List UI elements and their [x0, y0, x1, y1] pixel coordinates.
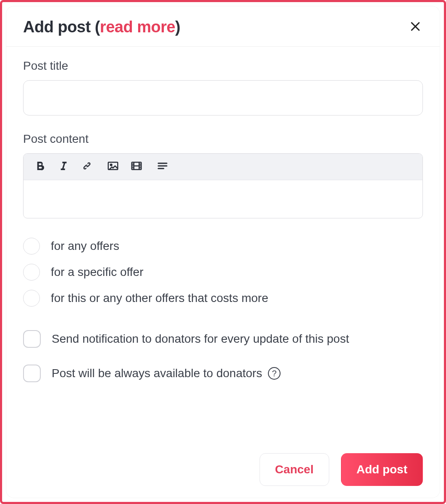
offer-scope-radios: for any offers for a specific offer for …	[23, 238, 423, 307]
radio-this-or-more-input[interactable]	[23, 290, 40, 307]
post-content-input[interactable]	[24, 180, 422, 218]
check-notify-donators-input[interactable]	[23, 330, 41, 348]
help-icon[interactable]: ?	[268, 367, 281, 380]
check-always-available-text: Post will be always available to donator…	[52, 367, 262, 380]
align-icon	[156, 160, 169, 174]
image-button[interactable]	[106, 160, 120, 174]
close-button[interactable]	[408, 20, 423, 35]
video-button[interactable]	[129, 160, 144, 174]
radio-any-offers-input[interactable]	[23, 238, 40, 255]
link-icon	[81, 160, 93, 174]
check-always-available-label: Post will be always available to donator…	[52, 367, 281, 380]
post-options-checks: Send notification to donators for every …	[23, 330, 423, 382]
title-suffix: )	[175, 18, 180, 36]
toolbar-group-layout	[155, 160, 170, 174]
close-icon	[409, 20, 422, 34]
add-post-modal: Add post (read more) Post title Post con…	[6, 6, 440, 498]
image-icon	[107, 160, 119, 174]
bold-icon	[34, 160, 46, 174]
link-button[interactable]	[80, 160, 94, 174]
editor-toolbar	[24, 154, 422, 180]
modal-header: Add post (read more)	[6, 6, 440, 47]
post-content-editor	[23, 153, 423, 218]
italic-button[interactable]	[56, 160, 71, 174]
post-content-label: Post content	[23, 132, 423, 146]
align-button[interactable]	[155, 160, 170, 174]
svg-point-3	[110, 164, 112, 166]
modal-title: Add post (read more)	[23, 18, 180, 36]
radio-any-offers-label: for any offers	[51, 239, 119, 253]
check-always-available: Post will be always available to donator…	[23, 365, 423, 382]
video-icon	[130, 160, 143, 174]
post-title-input[interactable]	[23, 80, 423, 116]
radio-this-or-more: for this or any other offers that costs …	[23, 290, 423, 307]
radio-specific-offer: for a specific offer	[23, 264, 423, 281]
italic-icon	[57, 160, 70, 174]
radio-this-or-more-label: for this or any other offers that costs …	[51, 291, 268, 305]
toolbar-group-text	[33, 160, 94, 174]
cancel-button[interactable]: Cancel	[260, 453, 329, 486]
app-frame: Add post (read more) Post title Post con…	[0, 0, 446, 504]
read-more-link[interactable]: read more	[100, 18, 175, 36]
radio-specific-offer-input[interactable]	[23, 264, 40, 281]
post-title-label: Post title	[23, 59, 423, 73]
add-post-button[interactable]: Add post	[341, 453, 423, 486]
modal-body: Post title Post content	[6, 47, 440, 441]
bold-button[interactable]	[33, 160, 47, 174]
check-notify-donators-label: Send notification to donators for every …	[52, 332, 349, 346]
modal-footer: Cancel Add post	[6, 441, 440, 498]
radio-specific-offer-label: for a specific offer	[51, 265, 143, 279]
radio-any-offers: for any offers	[23, 238, 423, 255]
check-always-available-input[interactable]	[23, 365, 41, 382]
title-prefix: Add post (	[23, 18, 100, 36]
check-notify-donators: Send notification to donators for every …	[23, 330, 423, 348]
toolbar-group-media	[106, 160, 144, 174]
